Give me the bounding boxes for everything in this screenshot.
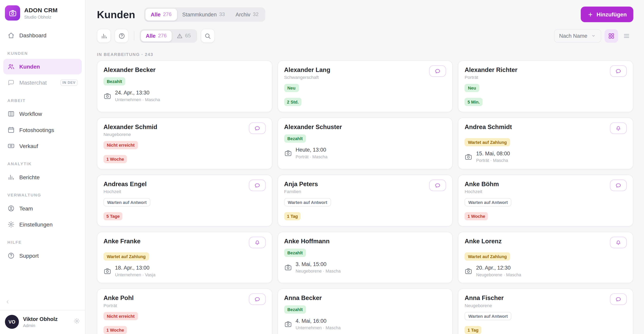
crm-app: ADON CRM Studio Obholz DashboardKUNDENKu… xyxy=(0,0,644,334)
customer-card[interactable]: Anke PohlPorträtNicht erreicht1 Woche xyxy=(97,288,272,334)
sidebar-item-workflow[interactable]: Workflow xyxy=(3,106,82,122)
app-logo xyxy=(5,5,20,21)
customer-name: Anke Böhm xyxy=(465,180,499,187)
customer-card[interactable]: Alexander BeckerBezahlt24. Apr., 13:30Un… xyxy=(97,61,272,112)
customer-card[interactable]: Alexander LangSchwangerschaftNeu2 Std. xyxy=(278,61,453,112)
gear-icon xyxy=(74,318,80,324)
card-top: Andreas EngelHochzeit xyxy=(104,180,266,194)
reminder-button[interactable] xyxy=(610,237,626,248)
sidebar-item-fotoshootings[interactable]: Fotoshootings xyxy=(3,122,82,138)
customer-card[interactable]: Anke FrankeWartet auf Zahlung18. Apr., 1… xyxy=(97,232,272,283)
customer-card[interactable]: Alexander SchusterBezahltHeute, 13:00Por… xyxy=(278,118,453,169)
sidebar-item-dashboard[interactable]: Dashboard xyxy=(3,28,82,43)
toolbar-left-buttons xyxy=(97,29,128,43)
card-top: Alexander Schuster xyxy=(284,123,446,130)
reminder-button[interactable] xyxy=(610,123,626,134)
customer-name: Alexander Schuster xyxy=(284,123,342,130)
customer-card[interactable]: Anke HoffmannBezahlt3. Mai, 15:00Neugebo… xyxy=(278,232,453,283)
tab-stammkunden[interactable]: Stammkunden33 xyxy=(177,9,230,20)
open-chat-button[interactable] xyxy=(429,65,446,77)
status-badge: Bezahlt xyxy=(284,249,306,257)
customer-card[interactable]: Anja PetersFamilienWarten auf Antwort1 T… xyxy=(278,175,453,226)
camera-icon xyxy=(284,263,292,271)
chip-row: 1 Woche xyxy=(104,320,266,334)
customer-category: Familien xyxy=(284,189,318,194)
sidebar-item-kunden[interactable]: Kunden xyxy=(3,59,82,74)
page-title: Kunden xyxy=(97,9,135,20)
grid-view-button[interactable] xyxy=(604,29,618,43)
sort-dropdown[interactable]: Nach Name xyxy=(554,29,601,43)
filter-tab-count: 276 xyxy=(158,33,166,39)
grid-icon xyxy=(608,32,615,39)
customer-name: Anke Franke xyxy=(104,238,140,244)
sidebar-item-masterchat[interactable]: MasterchatIN DEV xyxy=(3,75,82,91)
status-badge: Nicht erreicht xyxy=(104,141,138,149)
card-top: Anke Franke xyxy=(104,238,266,248)
sidebar-item-berichte[interactable]: Berichte xyxy=(3,169,82,185)
toolbar-divider xyxy=(134,31,134,40)
sidebar-item-einstellungen[interactable]: Einstellungen xyxy=(3,217,82,232)
list-view-button[interactable] xyxy=(620,29,633,43)
chip-row: 2 Std. xyxy=(284,92,446,106)
appointment-date: 15. Mai, 08:00 xyxy=(476,150,510,157)
customer-card[interactable]: Anke BöhmHochzeitWarten auf Antwort1 Woc… xyxy=(458,175,633,226)
open-chat-button[interactable] xyxy=(610,180,626,191)
filter-tab-attention[interactable]: 65 xyxy=(172,30,196,41)
open-chat-button[interactable] xyxy=(249,180,266,191)
customer-category: Hochzeit xyxy=(465,189,499,194)
help-button[interactable] xyxy=(114,29,128,43)
open-chat-button[interactable] xyxy=(610,65,626,77)
open-chat-button[interactable] xyxy=(610,293,626,305)
status-badge: Bezahlt xyxy=(104,77,126,86)
search-button[interactable] xyxy=(201,29,215,43)
sidebar-item-label: Berichte xyxy=(19,174,40,180)
chat-bubble-icon xyxy=(615,68,621,74)
camera-icon xyxy=(284,149,292,157)
user-name: Viktor Obholz xyxy=(23,316,58,322)
add-customer-button[interactable]: Hinzufügen xyxy=(580,7,633,22)
open-chat-button[interactable] xyxy=(249,123,266,134)
customer-card[interactable]: Alexander SchmidNeugeboreneNicht erreich… xyxy=(97,118,272,169)
customer-card[interactable]: Anna BeckerBezahlt4. Mai, 16:00Unternehm… xyxy=(278,288,453,334)
cards-grid: Alexander BeckerBezahlt24. Apr., 13:30Un… xyxy=(97,61,633,334)
sidebar-item-team[interactable]: Team xyxy=(3,201,82,216)
chat-bubble-icon xyxy=(435,68,441,74)
customer-category: Porträt xyxy=(104,303,134,308)
sidebar-item-support[interactable]: Support xyxy=(3,248,82,263)
customer-card[interactable]: Andreas EngelHochzeitWarten auf Antwort5… xyxy=(97,175,272,226)
calendar-icon xyxy=(7,126,14,133)
tab-count: 276 xyxy=(163,12,172,17)
chip-row: 5 Min. xyxy=(465,92,627,106)
appointment-meta: Unternehmen · Vasja xyxy=(115,272,156,277)
board-icon xyxy=(7,110,14,117)
customer-category: Porträt xyxy=(465,75,518,80)
reminder-button[interactable] xyxy=(249,237,266,248)
tab-archiv[interactable]: Archiv32 xyxy=(230,9,264,20)
tab-alle[interactable]: Alle276 xyxy=(145,9,177,20)
status-badge: Neu xyxy=(284,84,299,92)
filter-tab-count: 65 xyxy=(185,33,191,39)
sidebar-item-label: Dashboard xyxy=(19,32,46,38)
filter-tab-alle[interactable]: Alle276 xyxy=(141,30,172,41)
customer-card[interactable]: Andrea SchmidtWartet auf Zahlung15. Mai,… xyxy=(458,118,633,169)
chart-icon xyxy=(100,32,107,39)
sidebar-collapse-button[interactable] xyxy=(2,297,12,307)
customer-card[interactable]: Anna FischerNeugeboreneWarten auf Antwor… xyxy=(458,288,633,334)
appointment-date: 24. Apr., 13:30 xyxy=(115,90,160,96)
appointment-info: 4. Mai, 16:00Unternehmen · Mascha xyxy=(284,318,446,330)
sidebar-item-verkauf[interactable]: Verkauf xyxy=(3,138,82,154)
customer-name: Alexander Schmid xyxy=(104,123,157,130)
user-settings-button[interactable] xyxy=(74,318,80,326)
nav-section-heading: HILFE xyxy=(3,233,82,247)
chart-button[interactable] xyxy=(97,29,111,43)
team-icon xyxy=(7,205,14,212)
card-top: Alexander SchmidNeugeborene xyxy=(104,123,266,137)
chip-row: 1 Woche xyxy=(465,206,627,220)
user-profile[interactable]: VO Viktor Obholz Admin xyxy=(0,310,85,334)
sidebar-item-label: Kunden xyxy=(19,64,40,70)
customer-card[interactable]: Anke LorenzWartet auf Zahlung20. Apr., 1… xyxy=(458,232,633,283)
open-chat-button[interactable] xyxy=(429,180,446,191)
view-toggles xyxy=(604,29,633,43)
open-chat-button[interactable] xyxy=(249,293,266,305)
customer-card[interactable]: Alexander RichterPorträtNeu5 Min. xyxy=(458,61,633,112)
